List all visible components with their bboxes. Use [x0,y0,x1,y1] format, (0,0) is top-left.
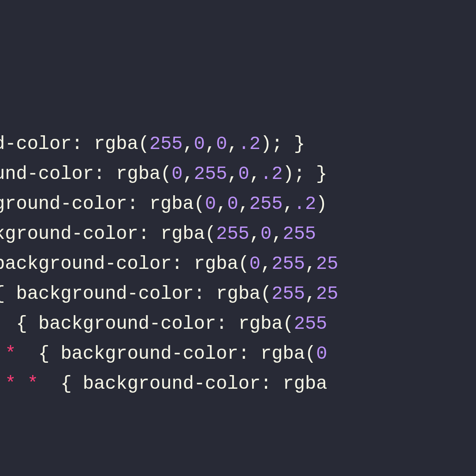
whitespace [49,343,60,364]
comma: , [183,164,194,185]
trailing-punct: ); } [260,134,305,155]
paren-open: ( [194,193,205,215]
paren-open: ( [238,253,249,275]
paren-open: ( [305,343,316,364]
code-line: * * * * { background-color: rgba(0 [0,339,476,369]
whitespace [5,313,16,335]
colon: : [171,253,193,275]
css-number: 0 [205,193,216,215]
comma: , [205,134,216,155]
css-function: rgba [216,283,260,305]
comma: , [216,193,227,215]
code-line: ckground-color: rgba(0,255,0,.2); } [0,159,476,189]
brace-open: { [60,373,71,394]
css-number: 0 [227,193,238,215]
colon: : [94,164,116,185]
css-number: 0 [216,134,227,155]
whitespace [27,343,38,364]
brace-open: { [38,343,49,364]
comma: , [249,223,260,245]
comma: , [271,223,283,245]
css-property: background-color [60,343,238,364]
css-number: 255 [149,134,183,155]
comma: , [283,193,294,215]
css-number: 255 [249,193,283,215]
css-number: 0 [316,343,327,364]
paren-open: ( [283,313,294,335]
code-lines-container: ground-color: rgba(255,0,0,.2); }ckgroun… [0,129,476,399]
css-property: background-color [83,373,260,394]
css-number: 255 [271,253,305,275]
code-line: ground-color: rgba(255,0,0,.2); } [0,129,476,159]
selector-star: * [5,373,16,394]
whitespace [16,343,27,364]
css-function: rgba [283,373,327,394]
css-property: ckground-color [0,164,94,185]
css-number: 0 [238,164,249,185]
comma: , [183,134,194,155]
comma: , [227,134,238,155]
brace-open: { [16,313,27,335]
selector-star: * [5,343,16,364]
css-function: rgba [94,134,138,155]
css-number: 255 [271,283,305,305]
css-function: rgba [238,313,283,335]
code-line: background-color: rgba(0,0,255,.2) [0,189,476,219]
css-function: rgba [149,193,194,215]
colon: : [238,343,260,364]
css-number: .2 [238,134,260,155]
css-number: .2 [260,164,283,185]
css-function: rgba [260,343,305,364]
whitespace [27,313,38,335]
css-number: 25 [316,253,338,275]
colon: : [194,283,216,305]
paren-open: ( [138,134,149,155]
css-number: 0 [171,164,182,185]
css-number: 255 [283,223,316,245]
comma: , [260,253,271,275]
code-editor: ground-color: rgba(255,0,0,.2); }ckgroun… [0,0,476,429]
colon: : [260,373,283,394]
css-number: .2 [294,193,316,215]
paren-open: ( [160,164,171,185]
css-number: 255 [216,223,249,245]
code-line: { background-color: rgba(255,0,255 [0,219,476,249]
css-property: background-color [0,223,138,245]
css-number: 0 [249,253,260,275]
whitespace [5,283,16,305]
paren-open: ( [260,283,271,305]
whitespace [49,373,60,394]
selector-star: * [27,373,38,394]
colon: : [216,313,238,335]
comma: , [249,164,260,185]
colon: : [138,223,160,245]
comma: , [227,164,238,185]
css-function: rgba [116,164,160,185]
whitespace [0,313,5,335]
colon: : [71,134,93,155]
trailing-punct: ) [316,193,327,215]
trailing-punct: ); } [283,164,327,185]
css-property: background-color [0,253,171,275]
css-number: 25 [316,283,338,305]
code-line: * * * * * { background-color: rgba [0,369,476,399]
code-line: * * * { background-color: rgba(255 [0,309,476,339]
css-number: 255 [194,164,227,185]
code-line: * { background-color: rgba(0,255,25 [0,249,476,279]
css-number: 0 [194,134,205,155]
brace-open: { [0,283,5,305]
comma: , [305,283,316,305]
colon: : [127,193,149,215]
css-function: rgba [160,223,205,245]
code-line: * * { background-color: rgba(255,25 [0,279,476,309]
css-property: background-color [16,283,194,305]
css-property: background-color [0,193,127,215]
paren-open: ( [205,223,216,245]
css-number: 0 [260,223,271,245]
whitespace [16,373,27,394]
comma: , [305,253,316,275]
css-property: background-color [38,313,216,335]
whitespace [0,373,5,394]
whitespace [38,373,49,394]
whitespace [0,343,5,364]
